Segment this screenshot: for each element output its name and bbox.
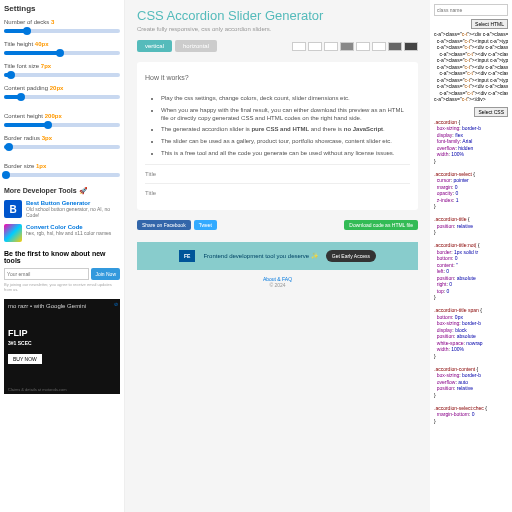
advertisement[interactable]: ⊘ mo razr • with Google Gemini FLIP3#1 S… <box>4 299 120 394</box>
color-swatch[interactable] <box>404 42 418 51</box>
banner-text: Frontend development tool you deserve ✨ <box>203 252 317 259</box>
email-input[interactable] <box>4 268 89 280</box>
bullet-item: When you are happy with the final result… <box>161 107 410 123</box>
accordion-preview: How it works? Play the css settings, cha… <box>137 62 418 210</box>
select-html-button[interactable]: Select HTML <box>471 19 508 29</box>
newsletter-title: Be the first to know about new tools <box>4 250 120 264</box>
slider-1[interactable] <box>4 51 120 55</box>
how-it-works-title[interactable]: How it works? <box>145 70 410 89</box>
slider-5[interactable] <box>4 145 120 149</box>
slider-4[interactable] <box>4 123 120 127</box>
tab-horizontal[interactable]: horizontal <box>175 40 217 52</box>
promo-banner[interactable]: FE Frontend development tool you deserve… <box>137 242 418 270</box>
tool-link-0[interactable]: BBest Button GeneratorOld school button … <box>4 200 120 218</box>
setting-3: Content padding 20px <box>4 85 120 99</box>
classname-input[interactable] <box>434 4 508 16</box>
accordion-item[interactable]: Title <box>145 164 410 183</box>
color-swatch[interactable] <box>308 42 322 51</box>
tools-heading: More Developer Tools 🚀 <box>4 187 120 195</box>
page-subtitle: Create fully responsive, css only accord… <box>137 26 418 32</box>
color-picker <box>292 42 418 51</box>
tool-icon <box>4 224 22 242</box>
tool-link-1[interactable]: Convert Color Codehex, rgb, hsl, hlw and… <box>4 224 120 242</box>
tab-vertical[interactable]: vertical <box>137 40 172 52</box>
ad-buy-button[interactable]: BUY NOW <box>8 354 42 364</box>
setting-0: Number of decks 3 <box>4 19 120 33</box>
banner-cta-button[interactable]: Get Early Access <box>326 250 376 262</box>
color-swatch[interactable] <box>292 42 306 51</box>
bullet-item: Play the css settings, change colors, de… <box>161 95 410 103</box>
setting-4: Content height 200px <box>4 113 120 127</box>
banner-logo: FE <box>179 250 195 262</box>
copyright: © 2024 <box>269 282 285 288</box>
join-button[interactable]: Join Now <box>91 268 120 280</box>
newsletter-disclaimer: By joining our newsletter, you agree to … <box>4 283 120 293</box>
footer: About & FAQ © 2024 <box>137 276 418 288</box>
color-swatch[interactable] <box>356 42 370 51</box>
slider-6[interactable] <box>4 173 120 177</box>
setting-1: Title height 40px <box>4 41 120 55</box>
share-facebook-button[interactable]: Share on Facebook <box>137 220 191 230</box>
page-title: CSS Accordion Slider Generator <box>137 8 418 23</box>
accordion-item[interactable]: Title <box>145 183 410 202</box>
slider-0[interactable] <box>4 29 120 33</box>
settings-title: Settings <box>4 4 120 13</box>
slider-2[interactable] <box>4 73 120 77</box>
bullet-item: This is a free tool and all the code you… <box>161 150 410 158</box>
main-content: CSS Accordion Slider Generator Create fu… <box>125 0 430 512</box>
ad-brand: mo razr • with Google Gemini <box>8 303 116 309</box>
html-output[interactable]: c-a">class="c-t"><div c-a">class="accord… <box>434 31 508 103</box>
color-swatch[interactable] <box>324 42 338 51</box>
color-swatch[interactable] <box>340 42 354 51</box>
code-panel: Select HTML c-a">class="c-t"><div c-a">c… <box>430 0 512 512</box>
ad-attribution: Claims & details at motorola.com <box>8 387 66 392</box>
share-twitter-button[interactable]: Tweet <box>194 220 217 230</box>
tool-icon: B <box>4 200 22 218</box>
settings-sidebar: Settings Number of decks 3Title height 4… <box>0 0 125 512</box>
css-output[interactable]: .accordion { box-sizing: border-b displa… <box>434 119 508 431</box>
newsletter: Be the first to know about new tools Joi… <box>4 250 120 293</box>
select-css-button[interactable]: Select CSS <box>474 107 508 117</box>
color-swatch[interactable] <box>388 42 402 51</box>
download-button[interactable]: Download code as HTML file <box>344 220 418 230</box>
setting-2: Title font size 7px <box>4 63 120 77</box>
slider-3[interactable] <box>4 95 120 99</box>
bullet-item: The generated accordion slider is pure C… <box>161 126 410 134</box>
setting-6: Border size 1px <box>4 163 120 177</box>
ad-close-icon[interactable]: ⊘ <box>114 301 118 307</box>
bullet-item: The slider can be used as a gallery, pro… <box>161 138 410 146</box>
setting-5: Border radius 3px <box>4 135 120 149</box>
color-swatch[interactable] <box>372 42 386 51</box>
